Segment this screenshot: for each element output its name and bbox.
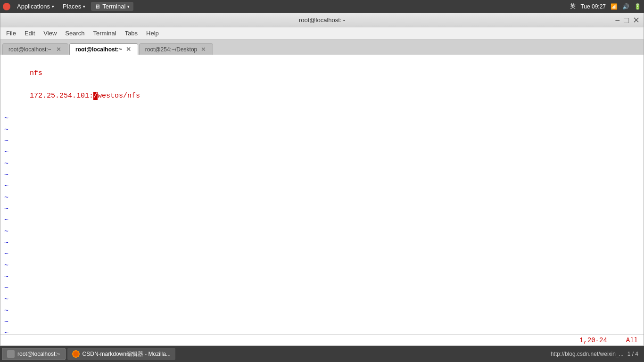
taskbar-terminal-icon <box>7 350 15 358</box>
menu-tabs[interactable]: Tabs <box>121 29 141 38</box>
term-tilde-7: ~ <box>4 181 640 192</box>
term-tilde-13: ~ <box>4 249 640 260</box>
term-tilde-11: ~ <box>4 226 640 238</box>
tab-1-close[interactable]: ✕ <box>55 46 62 53</box>
battery-icon: 🔋 <box>634 3 641 10</box>
term-nfs: nfs <box>30 69 42 77</box>
tabs-bar: root@localhost:~ ✕ root@localhost:~ ✕ ro… <box>0 40 644 55</box>
terminal-label: Terminal <box>102 3 125 10</box>
term-tilde-16: ~ <box>4 283 640 294</box>
term-tilde-2: ~ <box>4 124 640 136</box>
term-tilde-8: ~ <box>4 192 640 204</box>
tab-1[interactable]: root@localhost:~ ✕ <box>2 43 68 55</box>
term-tilde-5: ~ <box>4 158 640 170</box>
taskbar-terminal[interactable]: root@localhost:~ <box>2 348 66 360</box>
taskbar-firefox-label: CSDN-markdown编辑器 - Mozilla... <box>83 350 171 358</box>
taskbar-terminal-label: root@localhost:~ <box>17 351 60 357</box>
places-chevron: ▾ <box>83 4 85 9</box>
menu-file[interactable]: File <box>2 29 20 38</box>
tab-3-label: root@254:~/Desktop <box>145 46 198 53</box>
maximize-button[interactable]: □ <box>624 16 629 25</box>
term-tilde-10: ~ <box>4 215 640 226</box>
places-label: Places <box>63 3 81 10</box>
tab-2-label: root@localhost:~ <box>75 46 122 53</box>
window-controls: − □ ✕ <box>615 16 640 25</box>
terminal-content[interactable]: nfs 172.25.254.101:/westos/nfs ~ ~ ~ ~ ~… <box>0 55 644 334</box>
term-tilde-15: ~ <box>4 272 640 283</box>
tab-3-close[interactable]: ✕ <box>200 46 207 53</box>
term-tilde-20: ~ <box>4 328 640 334</box>
term-spacing <box>30 81 55 89</box>
time-display: Tue 09:27 <box>580 3 606 10</box>
menu-search[interactable]: Search <box>61 29 88 38</box>
taskbar: root@localhost:~ CSDN-markdown编辑器 - Mozi… <box>0 346 644 362</box>
taskbar-pages: 1 / 4 <box>627 351 638 357</box>
system-tray: 英 Tue 09:27 📶 🔊 🔋 <box>570 2 641 10</box>
term-tilde-6: ~ <box>4 170 640 181</box>
tab-2[interactable]: root@localhost:~ ✕ <box>69 43 138 55</box>
menu-view[interactable]: View <box>40 29 60 38</box>
menu-edit[interactable]: Edit <box>21 29 39 38</box>
term-line-1: nfs 172.25.254.101:/westos/nfs <box>4 57 640 113</box>
view-mode: All <box>626 337 638 344</box>
minimize-button[interactable]: − <box>615 16 620 25</box>
system-icon <box>3 3 10 10</box>
window-title: root@localhost:~ <box>299 16 345 24</box>
term-path-rest: westos/nfs <box>98 92 140 100</box>
term-tilde-19: ~ <box>4 317 640 328</box>
wifi-icon: 📶 <box>611 3 618 10</box>
term-tilde-9: ~ <box>4 204 640 215</box>
tab-3[interactable]: root@254:~/Desktop ✕ <box>139 43 214 55</box>
applications-label: Applications <box>17 3 50 10</box>
volume-icon: 🔊 <box>622 3 629 10</box>
cursor-position: 1,20-24 <box>579 337 607 344</box>
term-tilde-14: ~ <box>4 260 640 272</box>
terminal-menu[interactable]: 🖥 Terminal ▾ <box>91 2 133 11</box>
term-tilde-17: ~ <box>4 294 640 305</box>
menu-terminal[interactable]: Terminal <box>90 29 120 38</box>
term-tilde-12: ~ <box>4 238 640 249</box>
title-bar: root@localhost:~ − □ ✕ <box>0 13 644 27</box>
taskbar-firefox-icon <box>72 350 80 358</box>
term-tilde-4: ~ <box>4 147 640 158</box>
term-tilde-3: ~ <box>4 136 640 147</box>
term-tilde-18: ~ <box>4 305 640 317</box>
applications-chevron: ▾ <box>52 4 54 9</box>
term-tilde-1: ~ <box>4 113 640 124</box>
places-menu[interactable]: Places ▾ <box>60 2 88 11</box>
taskbar-right: http://blog.csdn.net/weixin_... 1 / 4 <box>551 351 642 357</box>
status-bar: 1,20-24 All <box>0 334 644 346</box>
close-button[interactable]: ✕ <box>633 16 640 25</box>
taskbar-url: http://blog.csdn.net/weixin_... <box>551 351 624 357</box>
tab-2-close[interactable]: ✕ <box>125 46 132 53</box>
applications-menu[interactable]: Applications ▾ <box>14 2 57 11</box>
menu-help[interactable]: Help <box>142 29 163 38</box>
term-cursor-box: / <box>93 92 98 100</box>
menu-bar: File Edit View Search Terminal Tabs Help <box>0 27 644 40</box>
terminal-chevron: ▾ <box>127 4 130 9</box>
tab-1-label: root@localhost:~ <box>8 46 51 53</box>
terminal-window: root@localhost:~ − □ ✕ File Edit View Se… <box>0 13 644 346</box>
term-ip-path: 172.25.254.101: <box>30 92 93 100</box>
language-indicator[interactable]: 英 <box>570 2 576 10</box>
taskbar-firefox[interactable]: CSDN-markdown编辑器 - Mozilla... <box>67 348 175 360</box>
system-bar: Applications ▾ Places ▾ 🖥 Terminal ▾ 英 T… <box>0 0 644 13</box>
